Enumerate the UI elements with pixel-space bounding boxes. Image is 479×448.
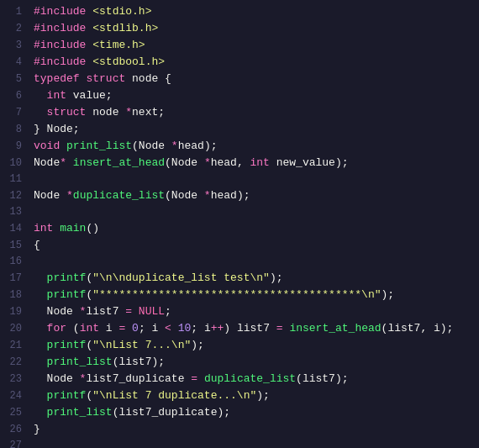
line-code: int value;: [30, 87, 479, 103]
line-code: {: [30, 237, 479, 253]
code-token: ; i: [139, 322, 165, 335]
line-code: typedef struct node {: [30, 71, 479, 87]
code-token: [34, 356, 47, 368]
code-token: Node: [34, 372, 80, 385]
code-token: (list7_duplicate);: [113, 406, 230, 419]
line-code: struct node *next;: [30, 104, 479, 120]
code-token: next;: [132, 106, 165, 119]
code-token: [34, 271, 47, 284]
line-code: print_list(list7_duplicate);: [30, 404, 479, 420]
line-number: 19: [0, 304, 30, 320]
line-code: } Node;: [30, 121, 479, 137]
line-code: void print_list(Node *head);: [30, 138, 479, 154]
code-token: <time.h>: [92, 39, 145, 51]
line-code: printf("\nList 7 duplicate...\n");: [30, 387, 479, 403]
code-line: 12Node *duplicate_list(Node *head);: [0, 187, 479, 204]
code-token: NULL: [139, 305, 165, 318]
code-token: [34, 322, 47, 335]
code-token: insert_at_head: [73, 156, 165, 169]
code-token: "***************************************…: [92, 288, 381, 301]
code-token: [125, 72, 132, 85]
line-number: 8: [0, 122, 30, 138]
code-token: 10: [178, 322, 192, 335]
code-line: 18 printf("*****************************…: [0, 287, 479, 303]
code-token: [34, 339, 47, 351]
line-number: 17: [0, 271, 30, 287]
code-token: <stdbool.h>: [92, 55, 165, 68]
code-token: *: [204, 156, 211, 169]
line-code: Node *list7_duplicate = duplicate_list(l…: [30, 371, 479, 387]
code-line: 15{: [0, 237, 479, 254]
code-line: 9void print_list(Node *head);: [0, 138, 479, 155]
code-token: print_list: [47, 406, 113, 419]
code-token: print_list: [66, 140, 132, 152]
code-token: Node: [34, 189, 66, 202]
code-line: 7 struct node *next;: [0, 104, 479, 121]
code-line: 5typedef struct node {: [0, 71, 479, 87]
code-token: head);: [211, 189, 250, 202]
code-token: [132, 305, 139, 318]
code-token: (list7, i);: [382, 322, 454, 335]
line-number: 14: [0, 221, 30, 237]
code-token: list7: [86, 305, 125, 318]
code-token: );: [191, 339, 204, 351]
code-editor: 1#include <stdio.h>2#include <stdlib.h>3…: [0, 0, 479, 448]
line-code: #include <stdlib.h>: [30, 20, 479, 36]
code-token: typedef: [34, 72, 80, 85]
code-token: printf: [47, 288, 87, 301]
line-number: 24: [0, 388, 30, 404]
code-line: 4#include <stdbool.h>: [0, 54, 479, 71]
line-number: 6: [0, 88, 30, 104]
code-token: ; i: [191, 322, 210, 335]
code-token: duplicate_list: [73, 189, 165, 202]
code-line: 16: [0, 254, 479, 270]
code-token: } Node;: [34, 123, 80, 135]
code-token: void: [34, 140, 60, 152]
code-token: struct: [86, 72, 125, 85]
code-token: [60, 140, 66, 152]
code-line: 8} Node;: [0, 121, 479, 138]
code-line: 20 for (int i = 0; i < 10; i++) list7 = …: [0, 320, 479, 337]
code-token: [34, 288, 47, 301]
line-number: 10: [0, 155, 30, 171]
code-line: 19 Node *list7 = NULL;: [0, 303, 479, 320]
line-number: 11: [0, 171, 30, 187]
line-number: 18: [0, 287, 30, 303]
code-token: {: [34, 239, 40, 251]
code-token: (list7);: [113, 356, 165, 368]
line-code: Node *list7 = NULL;: [30, 303, 479, 319]
code-token: "\nList 7 duplicate...\n": [92, 389, 256, 402]
code-token: for: [47, 322, 66, 335]
code-line: 27: [0, 438, 479, 448]
line-number: 12: [0, 188, 30, 204]
line-code: }: [30, 421, 479, 437]
line-number: 3: [0, 38, 30, 54]
code-line: 14int main(): [0, 220, 479, 237]
code-token: );: [270, 271, 283, 284]
code-token: [34, 106, 47, 119]
line-code: print_list(list7);: [30, 354, 479, 370]
code-line: 24 printf("\nList 7 duplicate...\n");: [0, 387, 479, 404]
code-token: printf: [47, 339, 87, 351]
line-code: printf("\n\nduplicate_list test\n");: [30, 270, 479, 286]
code-token: <stdio.h>: [92, 5, 151, 18]
code-token: <stdlib.h>: [92, 22, 158, 34]
line-number: 21: [0, 338, 30, 354]
code-token: [125, 322, 132, 335]
code-token: =: [191, 372, 197, 385]
code-token: 0: [132, 322, 139, 335]
code-token: main: [60, 222, 86, 235]
code-token: duplicate_list: [204, 372, 296, 385]
line-code: #include <time.h>: [30, 37, 479, 53]
code-line: 11: [0, 171, 479, 187]
code-token: int: [34, 222, 53, 235]
line-number: 22: [0, 355, 30, 371]
code-token: printf: [47, 389, 87, 402]
code-token: int: [47, 89, 66, 102]
code-token: *: [171, 140, 178, 152]
line-number: 25: [0, 405, 30, 421]
code-token: Node: [34, 305, 80, 318]
code-token: i: [99, 322, 118, 335]
line-number: 27: [0, 438, 30, 448]
line-code: #include <stdio.h>: [30, 3, 479, 19]
